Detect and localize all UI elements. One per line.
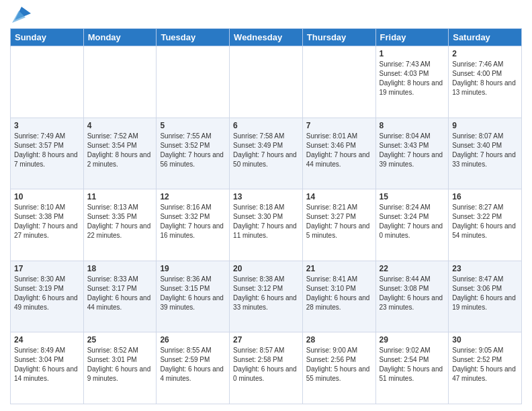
day-number: 6 bbox=[233, 121, 299, 130]
day-number: 28 bbox=[306, 335, 372, 345]
day-info: Sunrise: 7:55 AM Sunset: 3:52 PM Dayligh… bbox=[160, 132, 226, 169]
day-info: Sunrise: 8:33 AM Sunset: 3:17 PM Dayligh… bbox=[87, 275, 153, 312]
day-cell: 3Sunrise: 7:49 AM Sunset: 3:57 PM Daylig… bbox=[11, 118, 84, 189]
day-number: 16 bbox=[452, 192, 518, 201]
day-cell bbox=[230, 46, 303, 118]
day-number: 22 bbox=[380, 264, 445, 273]
day-cell: 16Sunrise: 8:27 AM Sunset: 3:22 PM Dayli… bbox=[449, 189, 522, 261]
day-cell: 18Sunrise: 8:33 AM Sunset: 3:17 PM Dayli… bbox=[83, 261, 157, 332]
day-info: Sunrise: 8:36 AM Sunset: 3:15 PM Dayligh… bbox=[160, 275, 226, 312]
day-info: Sunrise: 8:18 AM Sunset: 3:30 PM Dayligh… bbox=[233, 203, 299, 240]
day-cell bbox=[83, 46, 157, 118]
day-number: 13 bbox=[233, 192, 299, 201]
day-number: 24 bbox=[14, 335, 80, 345]
weekday-header-sunday: Sunday bbox=[11, 29, 84, 46]
day-cell: 11Sunrise: 8:13 AM Sunset: 3:35 PM Dayli… bbox=[83, 189, 157, 261]
day-number: 9 bbox=[452, 121, 518, 130]
day-cell bbox=[11, 46, 84, 118]
day-info: Sunrise: 8:44 AM Sunset: 3:08 PM Dayligh… bbox=[380, 275, 445, 312]
day-cell: 24Sunrise: 8:49 AM Sunset: 3:04 PM Dayli… bbox=[11, 332, 84, 404]
day-cell: 23Sunrise: 8:47 AM Sunset: 3:06 PM Dayli… bbox=[449, 261, 522, 332]
day-cell: 4Sunrise: 7:52 AM Sunset: 3:54 PM Daylig… bbox=[83, 118, 157, 189]
week-row-4: 17Sunrise: 8:30 AM Sunset: 3:19 PM Dayli… bbox=[11, 261, 522, 332]
day-number: 29 bbox=[380, 335, 445, 345]
day-number: 17 bbox=[14, 264, 80, 273]
day-cell: 22Sunrise: 8:44 AM Sunset: 3:08 PM Dayli… bbox=[375, 261, 449, 332]
day-info: Sunrise: 9:05 AM Sunset: 2:52 PM Dayligh… bbox=[452, 346, 518, 383]
day-info: Sunrise: 8:30 AM Sunset: 3:19 PM Dayligh… bbox=[14, 275, 80, 312]
day-cell: 8Sunrise: 8:04 AM Sunset: 3:43 PM Daylig… bbox=[375, 118, 449, 189]
day-number: 30 bbox=[452, 335, 518, 345]
day-number: 26 bbox=[160, 335, 226, 345]
day-number: 23 bbox=[452, 264, 518, 273]
day-info: Sunrise: 8:21 AM Sunset: 3:27 PM Dayligh… bbox=[306, 203, 372, 240]
weekday-header-friday: Friday bbox=[375, 29, 449, 46]
day-info: Sunrise: 8:24 AM Sunset: 3:24 PM Dayligh… bbox=[380, 203, 445, 240]
day-cell: 9Sunrise: 8:07 AM Sunset: 3:40 PM Daylig… bbox=[449, 118, 522, 189]
day-cell: 26Sunrise: 8:55 AM Sunset: 2:59 PM Dayli… bbox=[157, 332, 230, 404]
week-row-2: 3Sunrise: 7:49 AM Sunset: 3:57 PM Daylig… bbox=[11, 118, 522, 189]
logo bbox=[10, 9, 31, 23]
day-number: 1 bbox=[380, 49, 445, 58]
day-info: Sunrise: 8:52 AM Sunset: 3:01 PM Dayligh… bbox=[87, 346, 153, 383]
day-info: Sunrise: 7:58 AM Sunset: 3:49 PM Dayligh… bbox=[233, 132, 299, 169]
header bbox=[10, 7, 522, 23]
weekday-header-wednesday: Wednesday bbox=[230, 29, 303, 46]
day-cell: 30Sunrise: 9:05 AM Sunset: 2:52 PM Dayli… bbox=[449, 332, 522, 404]
day-number: 3 bbox=[14, 121, 80, 130]
weekday-header-thursday: Thursday bbox=[302, 29, 375, 46]
day-number: 18 bbox=[87, 264, 153, 273]
day-cell: 27Sunrise: 8:57 AM Sunset: 2:58 PM Dayli… bbox=[230, 332, 303, 404]
page: SundayMondayTuesdayWednesdayThursdayFrid… bbox=[0, 0, 532, 411]
day-info: Sunrise: 8:16 AM Sunset: 3:32 PM Dayligh… bbox=[160, 203, 226, 240]
day-info: Sunrise: 7:52 AM Sunset: 3:54 PM Dayligh… bbox=[87, 132, 153, 169]
day-number: 11 bbox=[87, 192, 153, 201]
day-number: 27 bbox=[233, 335, 299, 345]
day-info: Sunrise: 8:01 AM Sunset: 3:46 PM Dayligh… bbox=[306, 132, 372, 169]
day-number: 10 bbox=[14, 192, 80, 201]
weekday-header-row: SundayMondayTuesdayWednesdayThursdayFrid… bbox=[11, 29, 522, 46]
day-info: Sunrise: 9:02 AM Sunset: 2:54 PM Dayligh… bbox=[380, 346, 445, 383]
week-row-1: 1Sunrise: 7:43 AM Sunset: 4:03 PM Daylig… bbox=[11, 46, 522, 118]
week-row-5: 24Sunrise: 8:49 AM Sunset: 3:04 PM Dayli… bbox=[11, 332, 522, 404]
day-cell: 28Sunrise: 9:00 AM Sunset: 2:56 PM Dayli… bbox=[302, 332, 375, 404]
day-cell: 21Sunrise: 8:41 AM Sunset: 3:10 PM Dayli… bbox=[302, 261, 375, 332]
day-cell bbox=[302, 46, 375, 118]
day-number: 15 bbox=[380, 192, 445, 201]
day-cell: 13Sunrise: 8:18 AM Sunset: 3:30 PM Dayli… bbox=[230, 189, 303, 261]
day-info: Sunrise: 8:47 AM Sunset: 3:06 PM Dayligh… bbox=[452, 275, 518, 312]
day-cell: 2Sunrise: 7:46 AM Sunset: 4:00 PM Daylig… bbox=[449, 46, 522, 118]
weekday-header-tuesday: Tuesday bbox=[157, 29, 230, 46]
day-info: Sunrise: 7:43 AM Sunset: 4:03 PM Dayligh… bbox=[380, 60, 445, 97]
day-info: Sunrise: 8:27 AM Sunset: 3:22 PM Dayligh… bbox=[452, 203, 518, 240]
day-info: Sunrise: 8:57 AM Sunset: 2:58 PM Dayligh… bbox=[233, 346, 299, 383]
weekday-header-monday: Monday bbox=[83, 29, 157, 46]
day-cell bbox=[157, 46, 230, 118]
day-number: 12 bbox=[160, 192, 226, 201]
day-info: Sunrise: 7:46 AM Sunset: 4:00 PM Dayligh… bbox=[452, 60, 518, 97]
day-cell: 10Sunrise: 8:10 AM Sunset: 3:38 PM Dayli… bbox=[11, 189, 84, 261]
logo-icon bbox=[12, 4, 31, 23]
day-cell: 29Sunrise: 9:02 AM Sunset: 2:54 PM Dayli… bbox=[375, 332, 449, 404]
day-number: 4 bbox=[87, 121, 153, 130]
calendar-table: SundayMondayTuesdayWednesdayThursdayFrid… bbox=[10, 28, 522, 404]
day-info: Sunrise: 8:38 AM Sunset: 3:12 PM Dayligh… bbox=[233, 275, 299, 312]
day-cell: 6Sunrise: 7:58 AM Sunset: 3:49 PM Daylig… bbox=[230, 118, 303, 189]
day-cell: 14Sunrise: 8:21 AM Sunset: 3:27 PM Dayli… bbox=[302, 189, 375, 261]
week-row-3: 10Sunrise: 8:10 AM Sunset: 3:38 PM Dayli… bbox=[11, 189, 522, 261]
day-info: Sunrise: 8:55 AM Sunset: 2:59 PM Dayligh… bbox=[160, 346, 226, 383]
day-number: 25 bbox=[87, 335, 153, 345]
day-cell: 17Sunrise: 8:30 AM Sunset: 3:19 PM Dayli… bbox=[11, 261, 84, 332]
day-info: Sunrise: 8:41 AM Sunset: 3:10 PM Dayligh… bbox=[306, 275, 372, 312]
day-cell: 12Sunrise: 8:16 AM Sunset: 3:32 PM Dayli… bbox=[157, 189, 230, 261]
weekday-header-saturday: Saturday bbox=[449, 29, 522, 46]
day-info: Sunrise: 8:10 AM Sunset: 3:38 PM Dayligh… bbox=[14, 203, 80, 240]
day-info: Sunrise: 8:04 AM Sunset: 3:43 PM Dayligh… bbox=[380, 132, 445, 169]
day-number: 2 bbox=[452, 49, 518, 58]
day-cell: 19Sunrise: 8:36 AM Sunset: 3:15 PM Dayli… bbox=[157, 261, 230, 332]
day-cell: 20Sunrise: 8:38 AM Sunset: 3:12 PM Dayli… bbox=[230, 261, 303, 332]
day-cell: 25Sunrise: 8:52 AM Sunset: 3:01 PM Dayli… bbox=[83, 332, 157, 404]
day-cell: 1Sunrise: 7:43 AM Sunset: 4:03 PM Daylig… bbox=[375, 46, 449, 118]
day-info: Sunrise: 8:07 AM Sunset: 3:40 PM Dayligh… bbox=[452, 132, 518, 169]
day-number: 19 bbox=[160, 264, 226, 273]
